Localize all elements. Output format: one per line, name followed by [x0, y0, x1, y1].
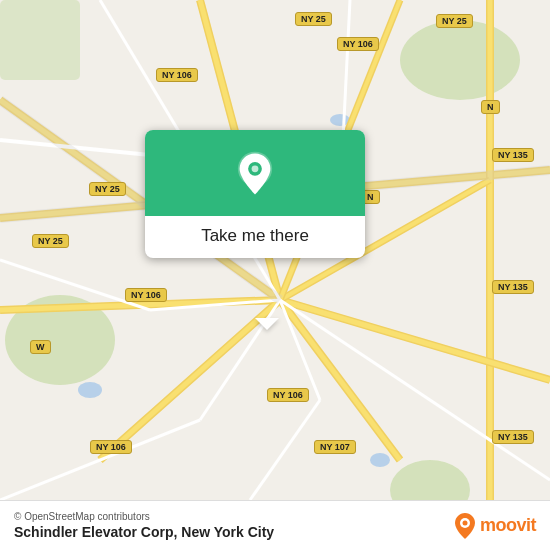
road-badge: NY 25: [89, 182, 126, 196]
road-badge: NY 25: [295, 12, 332, 26]
location-pin-icon: [231, 150, 279, 198]
svg-point-41: [252, 165, 259, 172]
map-popup[interactable]: Take me there: [145, 130, 365, 258]
moovit-pin-icon: [454, 512, 476, 540]
popup-text-area: Take me there: [145, 216, 365, 258]
road-badge: NY 106: [90, 440, 132, 454]
location-name: Schindler Elevator Corp, New York City: [14, 524, 274, 540]
road-badge: NY 106: [156, 68, 198, 82]
svg-line-20: [100, 300, 280, 460]
bottom-bar: © OpenStreetMap contributors Schindler E…: [0, 500, 550, 550]
road-badge: NY 106: [267, 388, 309, 402]
road-badge: NY 106: [125, 288, 167, 302]
svg-rect-3: [0, 0, 80, 80]
moovit-logo: moovit: [454, 512, 536, 540]
road-badge: NY 25: [436, 14, 473, 28]
road-badge: NY 135: [492, 280, 534, 294]
road-badge: NY 107: [314, 440, 356, 454]
svg-point-4: [78, 382, 102, 398]
moovit-text: moovit: [480, 515, 536, 536]
svg-line-22: [280, 300, 550, 380]
road-badge: NY 25: [32, 234, 69, 248]
road-badge: NY 135: [492, 148, 534, 162]
map-container: NY 25NY 25NY 106NY 106NY 25NNNY 135NY 13…: [0, 0, 550, 550]
svg-line-36: [250, 400, 320, 500]
road-badge: NY 106: [337, 37, 379, 51]
popup-arrow: [255, 318, 279, 330]
road-badge: N: [481, 100, 500, 114]
map-roads: [0, 0, 550, 550]
svg-point-5: [370, 453, 390, 467]
osm-credit: © OpenStreetMap contributors: [14, 511, 274, 522]
svg-point-1: [400, 20, 520, 100]
take-me-there-label: Take me there: [201, 226, 309, 245]
svg-line-34: [0, 420, 200, 500]
bottom-left: © OpenStreetMap contributors Schindler E…: [14, 511, 274, 540]
road-badge: NY 135: [492, 430, 534, 444]
svg-line-18: [280, 300, 400, 460]
popup-green-area: [145, 130, 365, 216]
svg-point-43: [462, 520, 467, 525]
road-badge: W: [30, 340, 51, 354]
